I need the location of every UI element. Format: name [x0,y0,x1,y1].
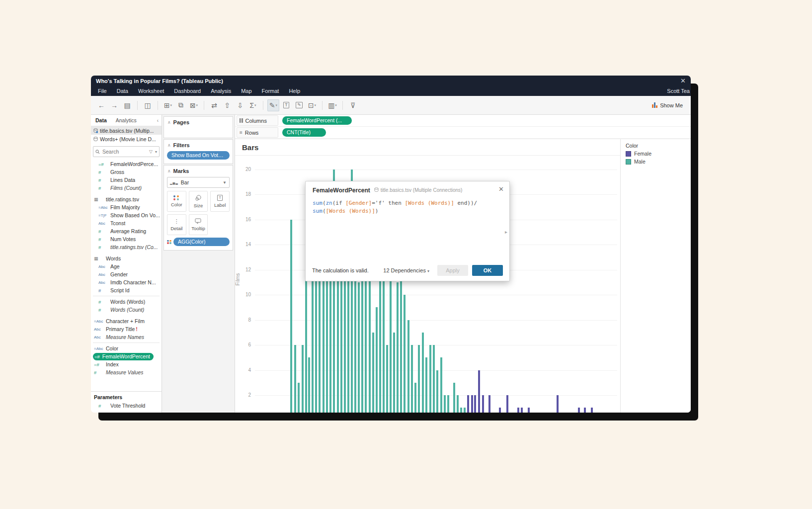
collapse-pane-icon[interactable]: ‹ [154,118,162,123]
histogram-bar[interactable] [404,295,406,413]
menu-data[interactable]: Data [112,88,133,94]
histogram-bar[interactable] [447,395,449,413]
new-worksheet-icon[interactable]: ⊞▾ [162,99,174,111]
histogram-bar[interactable] [418,345,420,413]
histogram-bar[interactable] [383,270,385,413]
histogram-bar[interactable] [422,333,424,413]
histogram-bar[interactable] [407,320,409,413]
histogram-bar[interactable] [308,357,310,413]
histogram-bar[interactable] [528,408,530,413]
field-femalewordperce[interactable]: =#FemaleWordPerce... [91,160,162,168]
swap-rows-columns-icon[interactable]: ⇄ [208,99,220,111]
filter-pill[interactable]: Show Based On Votes: Tr... [167,151,230,160]
histogram-bar[interactable] [457,395,459,413]
histogram-bar[interactable] [397,282,399,413]
mark-type-dropdown[interactable]: ▂▅▃ Bar ▼ [167,177,230,188]
histogram-bar[interactable] [467,395,469,413]
histogram-bar[interactable] [517,408,519,413]
duplicate-sheet-icon[interactable]: ⧉ [175,99,187,111]
histogram-bar[interactable] [411,345,413,413]
histogram-bar[interactable] [433,345,435,413]
histogram-bar[interactable] [521,408,523,413]
save-icon[interactable]: ▤ [121,99,133,111]
menu-format[interactable]: Format [257,88,284,94]
histogram-bar[interactable] [482,395,484,413]
close-window-icon[interactable]: ✕ [680,77,686,85]
histogram-bar[interactable] [557,395,559,413]
field-index[interactable]: =#Index [91,360,162,368]
histogram-bar[interactable] [393,333,395,413]
field-num-votes[interactable]: #Num Votes [91,235,162,243]
field-words-count[interactable]: #Words (Count) [91,306,162,314]
histogram-bar[interactable] [302,345,304,413]
close-icon[interactable]: ✕ [498,186,504,192]
field-script-id[interactable]: #Script Id [91,286,162,294]
show-mark-labels-icon[interactable]: T [280,99,292,111]
search-options-caret-icon[interactable]: ▾ [155,150,157,154]
histogram-bar[interactable] [591,408,593,413]
field-imdb-character-n[interactable]: AbcImdb Character N... [91,278,162,286]
field-tconst[interactable]: AbcTconst [91,219,162,227]
field-character-film[interactable]: =AbcCharacter + Film [91,317,162,325]
format-icon[interactable]: ✎ [293,99,305,111]
histogram-bar[interactable] [584,408,586,413]
chevron-up-icon[interactable]: ∧ [167,143,171,148]
histogram-bar[interactable] [474,395,476,413]
histogram-bar[interactable] [429,345,431,413]
dependencies-dropdown[interactable]: 12 Dependencies ▾ [383,267,429,273]
histogram-bar[interactable] [425,357,427,413]
field-words-words[interactable]: #Words (Words) [91,298,162,306]
menu-map[interactable]: Map [236,88,256,94]
data-source-title-basics-tsv-multip[interactable]: title.basics.tsv (Multip... [91,126,162,135]
device-preview-icon[interactable]: ▥▾ [326,99,338,111]
sort-ascending-icon[interactable]: ⇧ [221,99,233,111]
color-button[interactable]: Color [167,191,186,212]
filter-fields-icon[interactable]: ▽ [149,149,153,154]
columns-pill[interactable]: FemaleWordPercent (... [282,116,352,125]
field-lines-data[interactable]: #Lines Data [91,176,162,184]
field-femalewordpercent[interactable]: =#FemaleWordPercent [91,352,162,360]
menu-help[interactable]: Help [284,88,305,94]
histogram-bar[interactable] [578,408,580,413]
sort-descending-icon[interactable]: ⇩ [234,99,246,111]
label-button[interactable]: TLabel [210,191,230,212]
histogram-bar[interactable] [460,408,462,413]
field-gender[interactable]: AbcGender [91,270,162,278]
field-primary-title[interactable]: AbcPrimary Title! [91,325,162,333]
tab-data[interactable]: Data [91,117,111,123]
undo-icon[interactable]: ← [95,99,107,111]
tooltip-button[interactable]: Tooltip [189,214,208,235]
histogram-bar[interactable] [414,383,416,413]
menu-worksheet[interactable]: Worksheet [133,88,169,94]
histogram-bar[interactable] [372,333,374,413]
expand-panel-icon[interactable]: ▸ [505,229,507,235]
detail-button[interactable]: ⋮Detail [167,214,186,235]
field-title-ratings-tsv-co[interactable]: #title.ratings.tsv (Co... [91,243,162,251]
show-me-button[interactable]: Show Me [648,101,687,110]
histogram-bar[interactable] [453,383,455,413]
field-color[interactable]: =AbcColor [91,344,162,352]
highlight-icon[interactable]: ✎▾ [267,99,279,111]
size-button[interactable]: Size [189,191,208,212]
histogram-bar[interactable] [298,383,300,413]
histogram-bar[interactable] [290,220,292,413]
field-films-count[interactable]: #Films (Count) [91,184,162,192]
histogram-bar[interactable] [294,345,296,413]
presentation-mode-icon[interactable]: ⊽ [347,99,359,111]
field-show-based-on-vo[interactable]: =T|FShow Based On Vo... [91,211,162,219]
data-source-words-movie-line-d[interactable]: Words+ (Movie Line D... [91,135,162,143]
tab-analytics[interactable]: Analytics [111,117,141,123]
formula-editor[interactable]: sum(zn(if [Gender]='f' then [Words (Word… [306,197,509,217]
histogram-bar[interactable] [440,357,442,413]
new-data-source-icon[interactable]: ◫ [142,99,154,111]
histogram-bar[interactable] [444,395,446,413]
totals-icon[interactable]: Σ▾ [247,99,259,111]
histogram-bar[interactable] [464,408,466,413]
field-gross[interactable]: #Gross [91,168,162,176]
rows-pill[interactable]: CNT(Title) [282,128,326,137]
field-film-majority[interactable]: =AbcFilm Majority [91,203,162,211]
field-title-ratings-tsv[interactable]: ▦title.ratings.tsv [91,195,162,203]
search-input[interactable] [101,148,148,155]
field-measure-values[interactable]: #Measure Values [91,368,162,376]
histogram-bar[interactable] [386,345,388,413]
